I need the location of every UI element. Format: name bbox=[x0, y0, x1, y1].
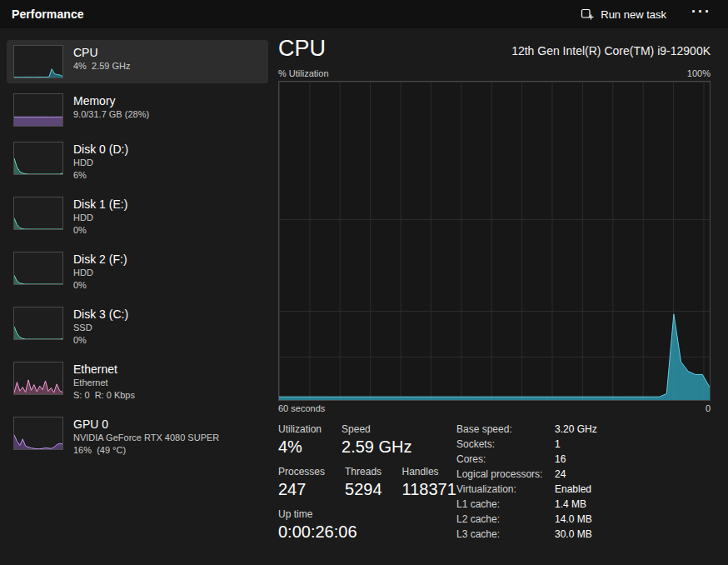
detail-row-cores: Cores: 16 bbox=[456, 454, 597, 465]
page-title: Performance bbox=[12, 8, 84, 21]
stat-threads: Threads 5294 bbox=[345, 466, 382, 499]
detail-row-l3-cache: L3 cache: 30.0 MB bbox=[456, 529, 597, 540]
stat-value: 247 bbox=[278, 480, 325, 499]
stat-value: 0:00:26:06 bbox=[278, 522, 357, 542]
stat-label: Processes bbox=[278, 466, 325, 478]
sidebar-item-sub: NVIDIA GeForce RTX 4080 SUPER bbox=[73, 432, 219, 444]
detail-row-l1-cache: L1 cache: 1.4 MB bbox=[456, 499, 597, 510]
sidebar-item-sub: 4% 2.59 GHz bbox=[73, 60, 130, 72]
stat-value: 4% bbox=[278, 438, 322, 457]
content-area: CPU 4% 2.59 GHz Memory 9.0/31.7 GB (28%)… bbox=[0, 28, 728, 565]
run-new-task-icon bbox=[581, 8, 594, 21]
sidebar-item-sub2: 6% bbox=[73, 169, 128, 182]
sidebar-item-sub2: S: 0 R: 0 Kbps bbox=[73, 389, 135, 402]
sidebar-item-sub: SSD bbox=[73, 322, 128, 334]
stat-speed: Speed 2.59 GHz bbox=[342, 423, 411, 457]
sidebar-item-disk3[interactable]: Disk 3 (C:) SSD 0% bbox=[7, 302, 268, 352]
performance-sidebar: CPU 4% 2.59 GHz Memory 9.0/31.7 GB (28%)… bbox=[0, 28, 278, 565]
detail-row-sockets: Sockets: 1 bbox=[456, 439, 597, 450]
detail-row-virtualization: Virtualization: Enabled bbox=[456, 484, 597, 495]
sidebar-item-disk2[interactable]: Disk 2 (F:) HDD 0% bbox=[7, 247, 268, 297]
sidebar-item-title: Disk 0 (D:) bbox=[73, 142, 128, 157]
sidebar-item-sub: Ethernet bbox=[73, 377, 135, 389]
sidebar-item-sub: 9.0/31.7 GB (28%) bbox=[73, 108, 149, 121]
sidebar-item-disk1[interactable]: Disk 1 (E:) HDD 0% bbox=[7, 192, 268, 242]
disk3-mini-graph bbox=[13, 307, 63, 340]
sidebar-item-title: Memory bbox=[73, 93, 149, 108]
run-new-task-button[interactable]: Run new task bbox=[572, 2, 675, 26]
detail-label: L2 cache: bbox=[456, 514, 555, 525]
sidebar-item-cpu[interactable]: CPU 4% 2.59 GHz bbox=[7, 40, 268, 83]
sidebar-item-title: CPU bbox=[73, 45, 130, 60]
gpu0-mini-graph bbox=[13, 417, 63, 450]
cpu-panel-header: CPU 12th Gen Intel(R) Core(TM) i9-12900K bbox=[278, 35, 711, 62]
detail-row-base-speed: Base speed: 3.20 GHz bbox=[456, 424, 597, 435]
sidebar-item-title: Disk 3 (C:) bbox=[73, 307, 128, 322]
stat-processes: Processes 247 bbox=[278, 466, 325, 499]
sidebar-item-sub2: 0% bbox=[73, 224, 127, 237]
detail-label: Sockets: bbox=[456, 439, 555, 450]
detail-label: Base speed: bbox=[456, 424, 555, 435]
titlebar: Performance Run new task ··· bbox=[0, 0, 728, 28]
cpu-mini-graph bbox=[13, 45, 63, 78]
stat-label: Speed bbox=[342, 423, 411, 435]
cpu-stats-area: Utilization 4% Speed 2.59 GHz Processes … bbox=[278, 423, 711, 551]
sidebar-item-sub2: 0% bbox=[73, 279, 127, 292]
cpu-live-stats: Utilization 4% Speed 2.59 GHz Processes … bbox=[278, 423, 456, 551]
detail-value: 14.0 MB bbox=[555, 514, 592, 525]
detail-value: 1.4 MB bbox=[555, 499, 586, 510]
task-manager-window: Performance Run new task ··· CPU 4% 2.59… bbox=[0, 0, 728, 565]
memory-mini-graph bbox=[13, 93, 63, 127]
sidebar-item-sub: HDD bbox=[73, 157, 128, 169]
sidebar-item-gpu0[interactable]: GPU 0 NVIDIA GeForce RTX 4080 SUPER 16% … bbox=[7, 412, 268, 462]
stat-value: 2.59 GHz bbox=[342, 438, 411, 457]
detail-value: 24 bbox=[555, 469, 566, 480]
detail-value: Enabled bbox=[555, 484, 591, 495]
chart-ylabel: % Utilization bbox=[278, 68, 329, 78]
disk0-mini-graph bbox=[13, 142, 63, 175]
detail-label: L3 cache: bbox=[456, 529, 555, 540]
detail-value: 1 bbox=[555, 439, 561, 450]
ethernet-mini-graph bbox=[13, 362, 63, 395]
cpu-detail-panel: CPU 12th Gen Intel(R) Core(TM) i9-12900K… bbox=[278, 28, 728, 565]
detail-label: Cores: bbox=[456, 454, 555, 465]
sidebar-item-title: Ethernet bbox=[73, 362, 135, 377]
sidebar-item-title: GPU 0 bbox=[73, 417, 219, 432]
sidebar-item-disk0[interactable]: Disk 0 (D:) HDD 6% bbox=[7, 137, 268, 187]
stat-label: Handles bbox=[402, 466, 456, 478]
sidebar-item-title: Disk 2 (F:) bbox=[73, 252, 127, 267]
chart-xmax-label: 0 bbox=[706, 403, 711, 413]
stat-utilization: Utilization 4% bbox=[278, 423, 322, 457]
disk2-mini-graph bbox=[13, 252, 63, 285]
run-new-task-label: Run new task bbox=[601, 8, 666, 21]
chart-ymax-label: 100% bbox=[687, 68, 711, 78]
detail-value: 16 bbox=[555, 454, 566, 465]
sidebar-item-sub: HDD bbox=[73, 212, 127, 224]
sidebar-item-ethernet[interactable]: Ethernet Ethernet S: 0 R: 0 Kbps bbox=[7, 357, 268, 407]
detail-label: Logical processors: bbox=[456, 469, 555, 480]
sidebar-item-title: Disk 1 (E:) bbox=[73, 197, 127, 212]
more-options-button[interactable]: ··· bbox=[683, 4, 720, 24]
cpu-utilization-chart bbox=[278, 81, 711, 401]
detail-label: L1 cache: bbox=[456, 499, 555, 510]
sidebar-item-sub2: 0% bbox=[73, 334, 128, 347]
stat-label: Threads bbox=[345, 466, 382, 478]
stat-label: Utilization bbox=[278, 423, 322, 435]
sidebar-item-sub2: 16% (49 °C) bbox=[73, 444, 219, 457]
stat-uptime: Up time 0:00:26:06 bbox=[278, 508, 357, 542]
disk1-mini-graph bbox=[13, 197, 63, 230]
sidebar-item-sub: HDD bbox=[73, 267, 127, 279]
chart-xmin-label: 60 seconds bbox=[278, 403, 325, 413]
detail-value: 30.0 MB bbox=[555, 529, 592, 540]
cpu-spec-details: Base speed: 3.20 GHz Sockets: 1 Cores: 1… bbox=[456, 423, 597, 551]
detail-row-l2-cache: L2 cache: 14.0 MB bbox=[456, 514, 597, 525]
stat-label: Up time bbox=[278, 508, 357, 520]
stat-value: 118371 bbox=[402, 480, 456, 499]
chart-bottom-labels: 60 seconds 0 bbox=[278, 403, 711, 413]
stat-handles: Handles 118371 bbox=[402, 466, 456, 499]
cpu-model-name: 12th Gen Intel(R) Core(TM) i9-12900K bbox=[511, 44, 711, 62]
sidebar-item-memory[interactable]: Memory 9.0/31.7 GB (28%) bbox=[7, 88, 268, 132]
chart-top-labels: % Utilization 100% bbox=[278, 68, 711, 78]
detail-label: Virtualization: bbox=[456, 484, 555, 495]
detail-value: 3.20 GHz bbox=[555, 424, 597, 435]
